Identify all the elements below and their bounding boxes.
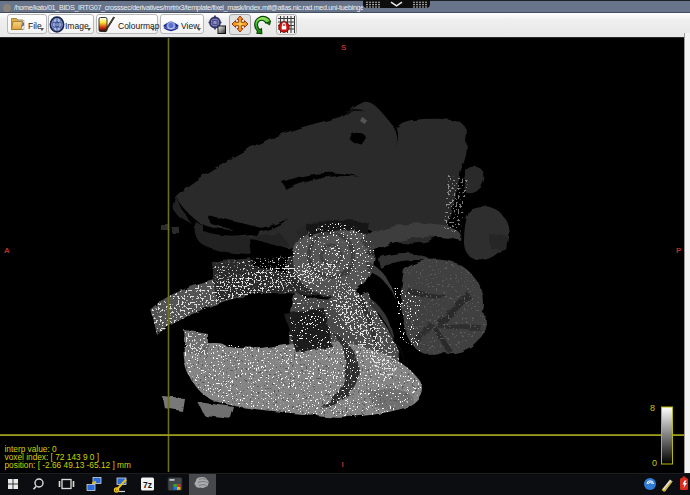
svg-text:I: I bbox=[342, 460, 344, 469]
svg-text:position: [ -2.66 49.13 -65.12: position: [ -2.66 49.13 -65.12 ] mm bbox=[5, 460, 131, 470]
svg-text:P: P bbox=[676, 246, 682, 255]
svg-text:7z: 7z bbox=[143, 480, 152, 490]
svg-text:S: S bbox=[341, 43, 347, 52]
svg-text:0: 0 bbox=[652, 458, 657, 468]
svg-text:A: A bbox=[4, 246, 10, 255]
svg-text:8: 8 bbox=[650, 403, 655, 413]
